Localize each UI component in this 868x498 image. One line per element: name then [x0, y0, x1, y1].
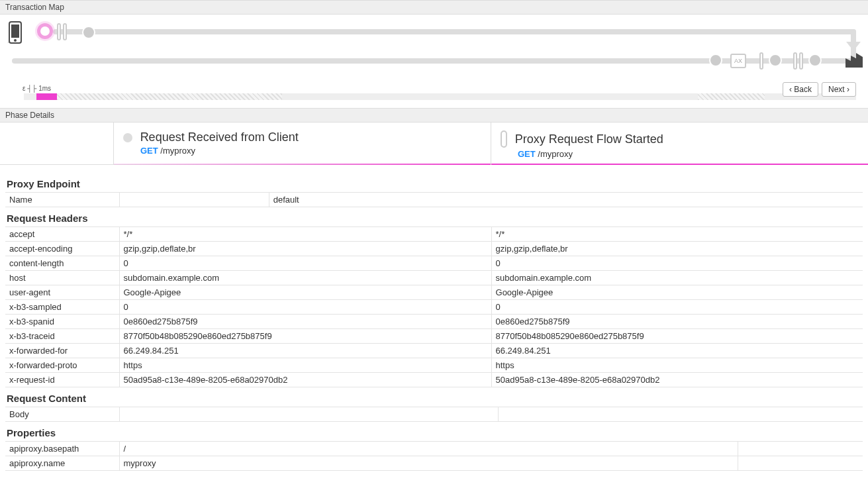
row-key: accept-encoding	[5, 242, 119, 256]
row-value: default	[269, 193, 863, 207]
table-request-content: Body	[5, 407, 863, 422]
table-row: hostsubdomain.example.comsubdomain.examp…	[5, 271, 863, 285]
row-key: accept	[5, 227, 119, 242]
flow-node-step[interactable]	[82, 26, 95, 39]
flow-node-circle-b[interactable]	[769, 54, 782, 67]
row-value	[119, 193, 269, 207]
table-row: accept*/**/*	[5, 227, 863, 242]
row-value: 66.249.84.251	[491, 344, 863, 358]
row-value	[499, 407, 863, 422]
group-request-content: Request Content	[5, 387, 863, 407]
row-value: */*	[119, 227, 491, 242]
circle-icon	[123, 133, 132, 142]
http-method: GET	[518, 149, 536, 159]
timeline: ε ┤├ 1ms ‹ Back Next ›	[0, 81, 868, 101]
row-key: x-b3-spanid	[5, 315, 119, 329]
phase-card-request-received[interactable]: Request Received from Client GET /myprox…	[114, 123, 491, 164]
row-value: subdomain.example.com	[119, 271, 491, 285]
flow-node-bars-a[interactable]	[759, 52, 763, 70]
table-properties: apiproxy.basepath/apiproxy.namemyproxy	[5, 441, 863, 471]
phase-title: Proxy Request Flow Started	[515, 132, 663, 146]
phase-columns: Request Received from Client GET /myprox…	[0, 123, 868, 165]
row-value: https	[119, 358, 491, 373]
timeline-segment-active	[36, 93, 57, 100]
row-key: Name	[5, 193, 119, 207]
arrow-down-icon	[846, 42, 861, 51]
client-device-icon[interactable]	[8, 21, 23, 44]
flow-node-ax[interactable]: AX	[730, 54, 746, 68]
flow-bottom-line	[12, 58, 856, 64]
http-path: /myproxy	[538, 149, 573, 159]
row-key: x-request-id	[5, 373, 119, 387]
row-key: x-b3-traceid	[5, 329, 119, 344]
svg-point-2	[14, 39, 17, 42]
row-value: gzip,gzip,deflate,br	[119, 242, 491, 256]
flow-node-proxy-request[interactable]	[57, 23, 67, 40]
row-value: Google-Apigee	[119, 285, 491, 300]
transaction-map-header: Transaction Map	[0, 0, 868, 15]
table-row: accept-encodinggzip,gzip,deflate,brgzip,…	[5, 242, 863, 256]
timeline-track[interactable]	[24, 93, 856, 100]
http-path: /myproxy	[160, 146, 195, 156]
table-row: x-b3-spanid0e860ed275b875f90e860ed275b87…	[5, 315, 863, 329]
row-key: x-forwarded-proto	[5, 358, 119, 373]
next-button[interactable]: Next ›	[822, 82, 856, 97]
row-value: 8770f50b48b085290e860ed275b875f9	[119, 329, 491, 344]
phase-details-header: Phase Details	[0, 108, 868, 123]
back-button-label: Back	[794, 85, 812, 94]
bars-icon	[501, 130, 507, 148]
phase-card-proxy-flow-started[interactable]: Proxy Request Flow Started GET /myproxy	[491, 123, 868, 164]
flow-node-circle-c[interactable]	[808, 54, 822, 67]
row-value: subdomain.example.com	[491, 271, 863, 285]
table-row: x-forwarded-for66.249.84.25166.249.84.25…	[5, 344, 863, 358]
row-value: /	[119, 442, 738, 456]
row-value	[738, 456, 863, 471]
flow-node-request-received[interactable]	[37, 23, 53, 39]
row-value: gzip,gzip,deflate,br	[491, 242, 863, 256]
table-row: Namedefault	[5, 193, 863, 207]
target-backend-icon[interactable]	[844, 52, 864, 69]
row-value	[738, 442, 863, 456]
row-value: 50ad95a8-c13e-489e-8205-e68a02970db2	[491, 373, 863, 387]
row-key: x-forwarded-for	[5, 344, 119, 358]
http-method: GET	[140, 146, 158, 156]
group-proxy-endpoint: Proxy Endpoint	[5, 173, 863, 192]
group-properties: Properties	[5, 422, 863, 441]
flow-top-line	[53, 29, 856, 34]
details-area: Proxy Endpoint Namedefault Request Heade…	[0, 165, 868, 484]
phase-spacer	[0, 123, 114, 164]
row-key: user-agent	[5, 285, 119, 300]
timeline-segment-hatch-a	[57, 93, 281, 100]
row-value: 0	[491, 256, 863, 271]
row-value	[119, 407, 499, 422]
table-row: x-b3-sampled00	[5, 300, 863, 315]
transaction-map: AX	[0, 15, 868, 81]
group-request-headers: Request Headers	[5, 207, 863, 226]
phase-title: Request Received from Client	[140, 130, 299, 144]
table-row: user-agentGoogle-ApigeeGoogle-Apigee	[5, 285, 863, 300]
row-value: 0	[119, 300, 491, 315]
row-key: Body	[5, 407, 119, 422]
row-value: 0	[119, 256, 491, 271]
row-key: apiproxy.basepath	[5, 442, 119, 456]
table-row: x-request-id50ad95a8-c13e-489e-8205-e68a…	[5, 373, 863, 387]
row-value: 0e860ed275b875f9	[491, 315, 863, 329]
row-key: x-b3-sampled	[5, 300, 119, 315]
table-row: content-length00	[5, 256, 863, 271]
phase-underline	[491, 164, 868, 165]
table-row: Body	[5, 407, 863, 422]
row-value: */*	[491, 227, 863, 242]
timeline-label: ε ┤├ 1ms	[23, 85, 856, 92]
row-key: host	[5, 271, 119, 285]
flow-node-response-step[interactable]	[709, 54, 722, 67]
table-proxy-endpoint: Namedefault	[5, 192, 863, 207]
row-value: 0	[491, 300, 863, 315]
row-value: Google-Apigee	[491, 285, 863, 300]
row-value: 8770f50b48b085290e860ed275b875f9	[491, 329, 863, 344]
timeline-segment-hatch-b	[698, 93, 765, 100]
row-key: content-length	[5, 256, 119, 271]
row-key: apiproxy.name	[5, 456, 119, 471]
table-request-headers: accept*/**/*accept-encodinggzip,gzip,def…	[5, 226, 863, 387]
back-button[interactable]: ‹ Back	[783, 82, 818, 97]
flow-node-bars-b[interactable]	[793, 52, 803, 70]
